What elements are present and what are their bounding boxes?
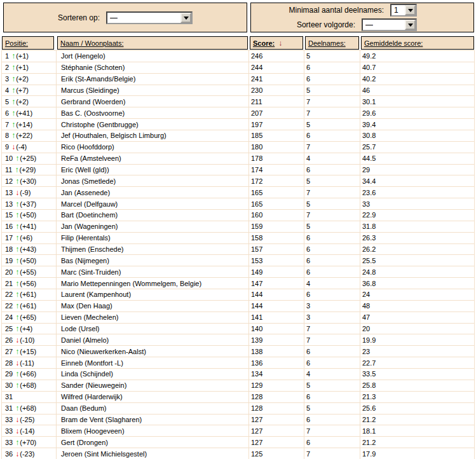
row-position-cell: 28↓(-11) [2,357,57,369]
row-participations-cell: 6 [304,74,360,85]
row-participations: 6 [306,359,310,367]
row-score: 160 [251,211,262,219]
row-name: Blixem (Hoogeveen) [61,427,125,435]
change-arrow-icon: ↑ [15,256,19,265]
row-name-cell: Stéphanie (Schoten) [57,62,249,74]
row-participations: 3 [306,313,310,321]
row-name-cell: Eric (Well (gld)) [57,165,249,176]
min-participations-select[interactable]: 1 [390,4,417,17]
row-average-cell: 33.5 [360,369,475,380]
row-score: 172 [251,177,262,185]
chevron-down-icon[interactable] [180,13,191,23]
row-average: 39.4 [362,121,376,128]
row-participations: 5 [306,223,310,230]
row-name-cell: Gert (Drongen) [57,437,249,448]
row-position: 28 [5,359,13,367]
row-average-cell: 23 [360,346,475,357]
row-participations: 6 [306,439,310,446]
row-position-cell: 30↑(+68) [2,380,57,392]
chevron-down-icon[interactable] [405,20,416,30]
filter-panel: Minimaal aantal deelnames: 1 Sorteer vol… [250,3,474,32]
change-arrow-icon: ↓ [11,142,15,151]
row-score-cell: 139 [249,334,304,346]
row-participations-cell: 6 [304,165,360,176]
row-position: 13 [5,200,13,208]
row-position-cell: 33↓(-25) [2,414,57,426]
row-name: Rico (Hoofddorp) [61,143,114,151]
row-participations: 6 [306,234,310,242]
change-arrow-icon: ↑ [15,301,19,310]
sort-by-select[interactable]: — [106,11,193,24]
row-participations: 4 [306,154,310,162]
chevron-down-icon[interactable] [405,5,416,15]
row-name: Lieven (Mechelen) [61,313,119,321]
row-participations-cell: 6 [304,130,360,142]
row-change: (+66) [20,370,36,378]
row-average-cell: 49.2 [360,51,475,62]
row-position: 21 [5,280,13,287]
row-score-cell: 244 [249,62,304,74]
row-position-cell: 15↑(+50) [2,210,57,221]
row-average: 36.8 [362,280,376,287]
row-average-cell: 30.1 [360,96,475,107]
header-name-link[interactable]: Naam / Woonplaats: [60,39,123,47]
leaderboard-page: { "controls": { "sort_by_label": "Sorter… [0,0,476,459]
row-position-cell: 17↑(+6) [2,233,57,244]
change-arrow-icon: ↑ [11,63,15,72]
row-average: 25.6 [362,404,376,412]
row-participations-cell: 5 [304,119,360,130]
row-participations: 7 [306,109,310,117]
row-position: 36 [5,450,13,458]
row-score-cell: 172 [249,175,304,187]
row-average: 33 [362,200,370,208]
sort-by-value: — [110,13,118,22]
row-score: 174 [251,166,262,174]
change-arrow-icon: ↑ [15,290,19,299]
row-change: (+70) [20,439,36,446]
table-header: Positie: Naam / Woonplaats: Score:↓ Deel… [2,36,474,50]
row-score: 149 [251,268,262,276]
row-score: 165 [251,189,262,196]
row-change: (+43) [20,245,36,253]
row-average: 47 [362,313,370,321]
row-average-cell: 47 [360,312,475,324]
row-score: 139 [251,336,262,344]
row-score: 140 [251,325,262,332]
change-arrow-icon: ↑ [15,268,19,277]
row-average: 23 [362,348,370,355]
header-position-link[interactable]: Positie: [5,39,28,47]
row-participations-cell: 4 [304,153,360,165]
row-average: 29 [362,166,370,174]
header-average-link[interactable]: Gemiddelde score: [364,39,423,47]
row-name: Einneb (Montfort -L) [61,359,123,367]
header-score: Score:↓ [250,36,303,50]
row-score-cell: 197 [249,119,304,130]
header-participations-link[interactable]: Deelnames: [308,39,346,47]
row-participations-cell: 6 [304,437,360,448]
row-score-cell: 211 [249,96,304,107]
sort-order-select[interactable]: — [362,18,417,31]
row-score: 211 [251,98,262,106]
row-position: 11 [5,166,12,174]
row-position-cell: 2↑(+1) [2,62,57,74]
row-score: 127 [251,427,262,435]
row-change: (+7) [16,86,29,94]
row-participations: 3 [306,302,310,310]
header-score-link[interactable]: Score: [253,39,275,47]
row-score: 230 [251,86,262,94]
change-arrow-icon: ↑ [11,74,15,83]
row-name-cell: Einneb (Montfort -L) [57,357,249,369]
row-participations: 7 [306,450,310,458]
row-position: 33 [5,439,13,446]
row-change: (+22) [16,132,32,139]
row-position: 13 [5,189,13,196]
row-name-cell: Daan (Bedum) [57,403,249,414]
change-arrow-icon: ↑ [15,222,19,231]
row-average: 23.6 [362,189,376,196]
row-participations-cell: 7 [304,425,360,437]
row-score: 244 [251,64,262,71]
row-participations-cell: 6 [304,357,360,369]
header-position: Positie: [2,36,54,50]
row-score: 125 [251,450,262,458]
row-change: (-25) [20,416,34,423]
